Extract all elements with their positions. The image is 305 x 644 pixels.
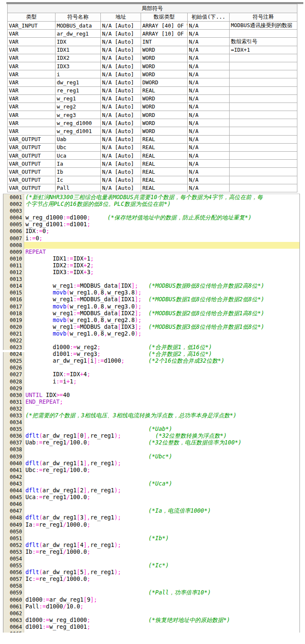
symbol-cell[interactable] xyxy=(230,119,297,127)
code-text[interactable]: (*把需要的7个数据，3相线电压、3相线电流转换为浮点数，总功率本身是浮点数*) xyxy=(24,412,299,419)
symbol-cell[interactable]: REAL xyxy=(141,135,188,143)
symbol-cell[interactable]: N/A xyxy=(188,103,230,111)
symbol-cell[interactable] xyxy=(230,135,297,143)
symbol-cell[interactable]: VAR_OUTPUT xyxy=(8,152,55,160)
code-text[interactable] xyxy=(24,208,299,214)
code-text[interactable] xyxy=(24,501,299,508)
column-header-0[interactable]: 类型 xyxy=(8,13,55,22)
symbol-cell[interactable]: w_reg1 xyxy=(55,94,101,103)
symbol-cell[interactable]: ARRAY [10] OF DWORD xyxy=(141,30,188,38)
symbol-cell[interactable]: IDX1 xyxy=(55,46,101,54)
code-text[interactable] xyxy=(24,276,299,283)
symbol-cell[interactable]: VAR xyxy=(8,62,55,70)
code-text[interactable]: (*Ia，电流倍率1000*) xyxy=(24,508,299,514)
symbol-cell[interactable]: N/A xyxy=(188,86,230,94)
symbol-cell[interactable]: REAL xyxy=(141,160,188,168)
code-text[interactable]: dflt(ar_dw_reg1[4],re_reg1); xyxy=(24,542,299,549)
code-text[interactable]: Pall:=d1000/10.0; xyxy=(24,603,299,610)
symbol-cell[interactable]: DWORD xyxy=(141,78,188,86)
symbol-cell[interactable]: re_reg1 xyxy=(55,86,101,94)
symbol-cell[interactable]: N/A xyxy=(188,78,230,86)
code-text[interactable]: (*Ib*) xyxy=(24,535,299,542)
symbol-cell[interactable]: VAR xyxy=(8,46,55,54)
code-text[interactable]: d1000:=ar_dw_reg1[9]; xyxy=(24,597,299,603)
code-text[interactable]: Uab:=re_reg1/100.0; (*32位整数，电压数据倍率为100*) xyxy=(24,439,299,446)
symbol-cell[interactable]: Ia xyxy=(55,160,101,168)
symbol-cell[interactable]: VAR xyxy=(8,30,55,38)
symbol-cell[interactable]: N/A xyxy=(188,152,230,160)
symbol-cell[interactable]: N/A [Auto] xyxy=(101,38,141,46)
symbol-cell[interactable]: VAR_INPUT xyxy=(8,22,55,30)
symbol-cell[interactable]: WORD xyxy=(141,119,188,127)
symbol-cell[interactable]: WORD xyxy=(141,54,188,62)
symbol-cell[interactable]: WORD xyxy=(141,70,188,78)
symbol-cell[interactable]: N/A xyxy=(188,119,230,127)
symbol-cell[interactable]: ARRAY [40] OF WORD xyxy=(141,22,188,30)
symbol-cell[interactable]: N/A xyxy=(188,70,230,78)
symbol-cell[interactable]: VAR_OUTPUT xyxy=(8,143,55,151)
symbol-cell[interactable]: w_reg2 xyxy=(55,103,101,111)
symbol-cell[interactable]: N/A [Auto] xyxy=(101,160,141,168)
symbol-cell[interactable]: REAL xyxy=(141,176,188,184)
code-text[interactable]: d1001:=w_reg_d1001; xyxy=(24,624,299,630)
symbol-cell[interactable]: MODBUS通讯接受到的数据 xyxy=(230,22,297,30)
code-text[interactable] xyxy=(24,630,299,633)
symbol-cell[interactable] xyxy=(230,62,297,70)
code-text[interactable] xyxy=(24,385,299,392)
symbol-cell[interactable]: REAL xyxy=(141,86,188,94)
symbol-cell[interactable]: N/A [Auto] xyxy=(101,135,141,143)
column-header-3[interactable]: 数据类型 xyxy=(141,13,188,22)
symbol-cell[interactable]: VAR xyxy=(8,78,55,86)
code-text[interactable]: w_reg1:=MODBUS_data[IDX3]; (*MODBUS数据3低8… xyxy=(24,324,299,330)
symbol-cell[interactable]: VAR_OUTPUT xyxy=(8,168,55,176)
code-text[interactable]: d1001:=w_reg3; (*合并数据2，高16位*) xyxy=(24,351,299,358)
column-header-4[interactable]: 初始值(下... xyxy=(188,13,230,22)
code-text[interactable] xyxy=(24,610,299,617)
code-text[interactable] xyxy=(24,242,299,249)
code-text[interactable]: dflt(ar_dw_reg1[2],re_reg1); xyxy=(24,487,299,494)
symbol-cell[interactable] xyxy=(230,152,297,160)
symbol-cell[interactable]: N/A [Auto] xyxy=(101,62,141,70)
code-text[interactable]: 个字节占用PLC的16数据的低8位。PLC数据为低位在前*) xyxy=(24,201,299,208)
symbol-cell[interactable] xyxy=(230,70,297,78)
code-text[interactable] xyxy=(24,405,299,412)
symbol-cell[interactable]: N/A xyxy=(188,22,230,30)
symbol-cell[interactable] xyxy=(230,160,297,168)
symbol-cell[interactable]: Uab xyxy=(55,135,101,143)
symbol-cell[interactable]: VAR xyxy=(8,103,55,111)
symbol-cell[interactable]: N/A [Auto] xyxy=(101,152,141,160)
symbol-cell[interactable]: dw_reg1 xyxy=(55,78,101,86)
symbol-cell[interactable]: N/A [Auto] xyxy=(101,176,141,184)
symbol-cell[interactable]: Pall xyxy=(55,184,101,192)
symbol-cell[interactable]: Ib xyxy=(55,168,101,176)
code-text[interactable]: w_reg1:=MODBUS_data[IDX2]; (*MODBUS数据2低8… xyxy=(24,310,299,317)
code-text[interactable]: i:=0; xyxy=(24,235,299,242)
code-text[interactable]: dflt(ar_dw_reg1[1],re_reg1); xyxy=(24,460,299,467)
symbol-cell[interactable]: w_reg_d1001 xyxy=(55,127,101,135)
symbol-cell[interactable]: N/A [Auto] xyxy=(101,119,141,127)
symbol-cell[interactable]: N/A xyxy=(188,62,230,70)
symbol-cell[interactable]: VAR_OUTPUT xyxy=(8,135,55,143)
symbol-cell[interactable]: N/A [Auto] xyxy=(101,86,141,94)
code-text[interactable]: Ia:=re_reg1/1000.0; xyxy=(24,522,299,528)
symbol-cell[interactable]: VAR xyxy=(8,94,55,103)
code-text[interactable]: w_reg_d1001:=d1001; xyxy=(24,221,299,228)
code-text[interactable]: ar_dw_reg1[i]:=d1000; (*2个16位数合并成32位数*) xyxy=(24,358,299,364)
symbol-cell[interactable] xyxy=(230,78,297,86)
symbol-cell[interactable]: N/A [Auto] xyxy=(101,184,141,192)
symbol-cell[interactable]: N/A [Auto] xyxy=(101,103,141,111)
symbol-cell[interactable]: N/A [Auto] xyxy=(101,54,141,62)
code-text[interactable]: REPEAT xyxy=(24,249,299,255)
symbol-cell[interactable]: VAR xyxy=(8,127,55,135)
symbol-cell[interactable]: w_reg_d1000 xyxy=(55,119,101,127)
symbol-cell[interactable]: N/A xyxy=(188,135,230,143)
symbol-cell[interactable] xyxy=(230,168,297,176)
symbol-cell[interactable]: =IDX+1 xyxy=(230,46,297,54)
code-text[interactable]: movb(w_reg1.0,8,w_reg3.8); xyxy=(24,289,299,296)
symbol-cell[interactable] xyxy=(230,54,297,62)
symbol-cell[interactable]: VAR xyxy=(8,70,55,78)
code-text[interactable]: Ic:=re_reg1/1000.0; xyxy=(24,576,299,583)
symbol-cell[interactable]: N/A [Auto] xyxy=(101,127,141,135)
code-text[interactable]: (*Ubc*) xyxy=(24,453,299,460)
symbol-cell[interactable] xyxy=(230,94,297,103)
